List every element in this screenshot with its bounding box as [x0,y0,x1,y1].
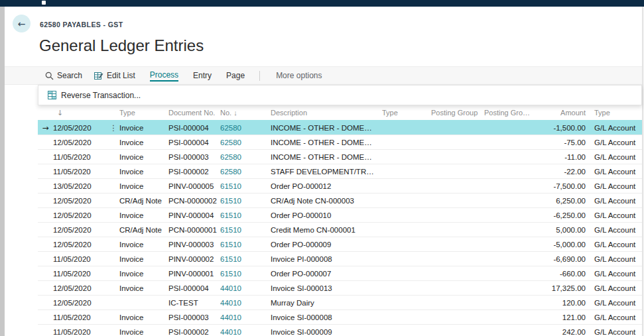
table-row[interactable]: 12/05/2020 CR/Adj Note PCN-0000001 61510… [38,222,642,237]
document-type-cell: Invoice [119,153,168,161]
table-row[interactable]: 12/05/2020 Invoice PSI-000004 62580 INCO… [38,135,642,149]
table-row[interactable]: 11/05/2020 Invoice PSI-000002 44010 Invo… [38,324,642,336]
posting-date-cell: 12/05/2020 [53,299,107,307]
description-cell: Invoice SI-000008 [271,313,382,321]
back-button[interactable]: ← [13,15,31,32]
amount-cell: -5,000.00 [531,241,588,249]
search-label: Search [57,71,82,80]
tab-page[interactable]: Page [226,71,245,80]
account-no-link[interactable]: 44010 [220,299,271,307]
header-gen-type[interactable]: Type [382,109,431,117]
table-row[interactable]: 12/05/2020 IC-TEST 44010 Murray Dairy 12… [38,295,642,309]
document-no-cell: PINV-000001 [168,270,220,278]
table-row[interactable]: 11/05/2020 Invoice PINV-000002 61510 Inv… [38,251,642,266]
table-row[interactable]: 12/05/2020 Invoice PSI-000004 44010 Invo… [38,280,642,295]
row-options-icon[interactable]: ⋮ [107,123,119,133]
document-type-cell: CR/Adj Note [119,197,168,205]
posting-date-cell: 11/05/2020 [53,270,107,278]
account-no-link[interactable]: 62580 [220,168,271,176]
account-type-cell: G/L Account [588,124,642,132]
document-no-cell: PSI-000004 [168,284,220,292]
account-type-cell: G/L Account [588,168,642,176]
description-cell: Credit Memo CN-000001 [271,226,382,234]
posting-date-cell: 11/05/2020 [53,168,107,176]
amount-cell: -660.00 [531,270,588,278]
table-header-row: ↓ Type Document No. No. ↓ Description Ty… [38,105,642,120]
header-amount[interactable]: Amount [531,109,588,117]
edit-list-icon [94,72,103,80]
table-row[interactable]: 11/05/2020 Invoice PINV-000001 61510 Ord… [38,266,642,280]
account-type-cell: G/L Account [588,153,642,161]
table-row[interactable]: 11/05/2020 Invoice PSI-000003 62580 INCO… [38,149,642,164]
table-row[interactable]: 12/05/2020 Invoice PINV-000004 61510 Ord… [38,207,642,222]
account-type-cell: G/L Account [588,270,642,278]
description-cell: Order PO-000007 [271,270,382,278]
posting-date-cell: 11/05/2020 [53,328,107,336]
table-row[interactable]: 12/05/2020 CR/Adj Note PCN-0000002 61510… [38,193,642,207]
reverse-transaction-label: Reverse Transaction... [61,91,141,100]
header-account-type[interactable]: Type [588,109,642,117]
document-no-cell: PINV-000002 [168,255,220,263]
table-body: → 12/05/2020 ⋮ Invoice PSI-000004 62580 … [38,120,642,336]
document-no-cell: PCN-0000002 [168,197,220,205]
amount-cell: -11.00 [531,153,588,161]
document-no-cell: PSI-000003 [168,153,220,161]
account-type-cell: G/L Account [588,197,642,205]
account-no-link[interactable]: 44010 [220,313,271,321]
account-no-link[interactable]: 61510 [220,197,271,205]
header-document-no[interactable]: Document No. [168,109,220,117]
header-posting-group-2[interactable]: Posting Group [484,109,531,117]
account-no-link[interactable]: 62580 [220,153,271,161]
account-type-cell: G/L Account [588,313,642,321]
left-edge-strip [0,7,5,336]
table-row[interactable]: → 12/05/2020 ⋮ Invoice PSI-000004 62580 … [38,120,642,135]
account-no-link[interactable]: 61510 [220,255,271,263]
menu-item-reverse-transaction[interactable]: Reverse Transaction... [48,91,141,100]
description-cell: Order PO-000009 [271,241,382,249]
account-no-link[interactable]: 61510 [220,226,271,234]
posting-date-cell: 11/05/2020 [53,313,107,321]
posting-date-cell: 12/05/2020 [53,124,107,132]
table-row[interactable]: 12/05/2020 Invoice PINV-000003 61510 Ord… [38,237,642,251]
account-no-link[interactable]: 61510 [220,241,271,249]
edit-list-button[interactable]: Edit List [94,71,135,80]
account-type-cell: G/L Account [588,139,642,146]
more-options-button[interactable]: More options [276,71,322,80]
amount-cell: 6,250.00 [531,197,588,205]
account-no-link[interactable]: 44010 [220,284,271,292]
account-no-link[interactable]: 61510 [220,182,271,190]
account-no-link[interactable]: 62580 [220,139,271,146]
document-type-cell: Invoice [119,211,168,219]
posting-date-cell: 12/05/2020 [53,241,107,249]
header-posting-group-1[interactable]: Posting Group [431,109,484,117]
document-no-cell: PSI-000002 [168,328,220,336]
account-no-link[interactable]: 61510 [220,270,271,278]
header-description[interactable]: Description [271,109,382,117]
account-type-cell: G/L Account [588,255,642,263]
document-no-cell: PSI-000004 [168,124,220,132]
document-type-cell: Invoice [119,328,168,336]
table-row[interactable]: 13/05/2020 Invoice PINV-000005 61510 Ord… [38,178,642,193]
tab-process[interactable]: Process [150,70,178,82]
account-type-cell: G/L Account [588,284,642,292]
breadcrumb[interactable]: 62580 PAYABLES - GST [40,21,123,28]
search-icon [45,72,54,80]
search-button[interactable]: Search [45,71,82,80]
description-cell: INCOME - OTHER - DOMESTIC [271,153,382,161]
header-no[interactable]: No. ↓ [220,109,271,117]
account-no-link[interactable]: 62580 [220,124,271,132]
posting-date-cell: 11/05/2020 [53,255,107,263]
document-type-cell: Invoice [119,168,168,176]
description-cell: Murray Dairy [271,299,382,307]
gl-entries-table: ↓ Type Document No. No. ↓ Description Ty… [38,105,642,336]
table-row[interactable]: 11/05/2020 Invoice PSI-000002 62580 STAF… [38,164,642,178]
account-no-link[interactable]: 61510 [220,211,271,219]
tab-entry[interactable]: Entry [193,71,212,80]
account-no-link[interactable]: 44010 [220,328,271,336]
table-row[interactable]: 11/05/2020 Invoice PSI-000003 44010 Invo… [38,309,642,324]
document-no-cell: PSI-000002 [168,168,220,176]
header-type[interactable]: Type [119,109,168,117]
back-arrow-icon: ← [18,19,26,29]
posting-date-cell: 12/05/2020 [53,197,107,205]
header-posting-date-sort[interactable]: ↓ [53,109,107,117]
